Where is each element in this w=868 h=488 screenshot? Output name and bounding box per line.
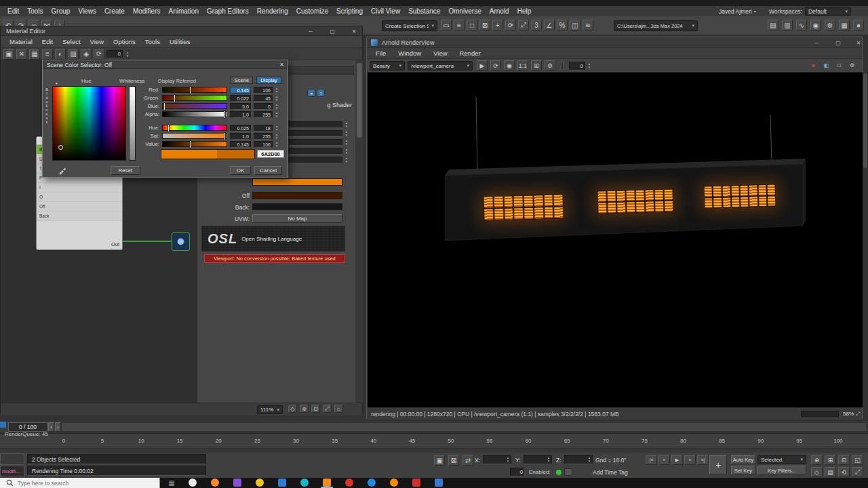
menu-item[interactable]: Group [47, 7, 75, 15]
color-selector-titlebar[interactable]: Scene Color Selector: Off ✕ [43, 60, 288, 69]
exposure-field[interactable]: 0 [569, 62, 585, 70]
sat-display-value[interactable]: 255 [254, 133, 273, 140]
menu-item[interactable]: Scripting [332, 7, 367, 15]
menu-item[interactable]: Window [392, 49, 427, 57]
angle-snap-icon[interactable]: ∠ [544, 20, 555, 30]
task-view-icon[interactable]: ▦ [167, 479, 176, 487]
aov-dropdown[interactable]: Beauty [370, 61, 405, 70]
alpha-slider[interactable] [162, 111, 227, 117]
select-move-icon[interactable]: + [492, 20, 503, 30]
menu-item[interactable]: View [85, 38, 108, 45]
render-setup-icon[interactable]: ⚙ [825, 20, 835, 30]
spinner-icon[interactable] [274, 141, 279, 148]
menu-item[interactable]: View [427, 49, 453, 57]
add-time-tag[interactable]: Add Time Tag [593, 469, 628, 476]
material-list-icon[interactable]: ≡ [42, 49, 53, 60]
saturation-slider[interactable] [162, 133, 227, 139]
camera-dropdown[interactable]: /viewport_camera [408, 61, 473, 70]
menu-item[interactable]: Tools [140, 38, 165, 45]
next-frame-icon[interactable]: » [684, 455, 696, 465]
z-coordinate-field[interactable] [564, 455, 593, 464]
taskbar-app-icon[interactable] [435, 479, 443, 487]
rendered-frame-window-icon[interactable]: ▦ [839, 20, 850, 30]
layout-all-icon[interactable]: ▦ [29, 49, 40, 60]
close-icon[interactable]: ✕ [853, 39, 864, 47]
close-icon[interactable]: ✕ [277, 61, 286, 68]
spinner-icon[interactable] [274, 133, 279, 140]
spinner-icon[interactable] [344, 130, 349, 137]
taskbar-app-icon[interactable] [390, 479, 398, 487]
node-slot-row[interactable]: Off [37, 202, 122, 211]
scene-explorer-icon[interactable]: ▤ [768, 20, 778, 30]
spinner-icon[interactable] [274, 87, 279, 94]
go-to-parent-icon[interactable]: ○ [317, 89, 325, 97]
minimize-icon[interactable]: ─ [305, 27, 316, 35]
zoom-region-icon[interactable]: ⊡ [311, 405, 320, 413]
zoom-icon[interactable]: ⊕ [811, 455, 823, 465]
material-editor-titlebar[interactable]: Material Editor ─ ▢ ✕ [1, 26, 362, 36]
select-rotate-icon[interactable]: ⟳ [505, 20, 516, 30]
ok-button[interactable]: OK [230, 166, 251, 175]
render-production-icon[interactable]: ● [853, 20, 864, 30]
select-object-icon[interactable]: ▭ [441, 20, 452, 30]
on-color-swatch[interactable] [252, 178, 342, 186]
menu-item[interactable]: Modifiers [129, 7, 165, 15]
snapshot-icon[interactable]: ◉ [504, 60, 515, 70]
color-cursor-icon[interactable] [58, 145, 63, 150]
spinner-icon[interactable] [546, 456, 551, 463]
time-tag-spinner[interactable]: 0 [510, 468, 524, 476]
maxscript-listener[interactable] [0, 453, 24, 465]
show-background-icon[interactable]: ▨ [68, 49, 79, 60]
taskbar-app-icon[interactable] [323, 479, 331, 487]
validate-icon[interactable]: ◈ [81, 49, 92, 60]
auto-key-button[interactable]: Auto Key [731, 455, 755, 464]
menu-item[interactable]: Tools [23, 7, 47, 15]
viewport-scrollbar[interactable] [863, 73, 867, 168]
sat-scene-value[interactable]: 1.0 [230, 133, 251, 140]
set-key-button[interactable]: Set Key [731, 466, 755, 475]
uvw-map-button[interactable]: No Map [252, 214, 342, 223]
pan-to-selected-icon[interactable]: ⌂ [334, 405, 343, 413]
reset-button[interactable]: Reset [111, 166, 140, 175]
project-path-dropdown[interactable]: C:\Users\ajm...3ds Max 2024 [614, 20, 698, 31]
taskbar-app-icon[interactable] [300, 479, 309, 487]
track-bar[interactable]: 0510152025303540455055606570758085909510… [0, 434, 868, 449]
menu-item[interactable]: Animation [164, 7, 202, 15]
spinner-icon[interactable] [274, 125, 279, 131]
update-preview-icon[interactable]: ⟳ [94, 49, 104, 60]
time-slider-track[interactable] [61, 422, 867, 432]
spinner-icon[interactable] [505, 456, 511, 463]
y-coordinate-field[interactable] [524, 455, 552, 464]
params-scrollbar[interactable] [355, 60, 363, 403]
field-of-view-icon[interactable]: ◇ [811, 467, 823, 477]
isolate-selection-icon[interactable]: ▣ [434, 455, 445, 466]
spinner-icon[interactable] [125, 51, 130, 58]
show-map-in-viewport-icon[interactable]: ● [307, 89, 315, 97]
slider-handle-icon[interactable] [224, 132, 226, 140]
x-coordinate-field[interactable] [483, 455, 511, 464]
node-slot-row[interactable]: O [37, 192, 122, 202]
node-slot-row[interactable]: I [37, 183, 122, 192]
time-slider-handle[interactable]: 0 / 100 [8, 422, 47, 432]
selection-lock-icon[interactable]: ⊠ [448, 455, 459, 466]
pan-icon[interactable]: ▤ [825, 467, 836, 477]
start-render-icon[interactable]: ▶ [477, 60, 488, 70]
render-settings-icon[interactable]: ⚙ [545, 60, 555, 70]
toolbar-value-field[interactable]: 0 [106, 50, 123, 58]
back-color-swatch[interactable] [252, 203, 342, 210]
menu-item[interactable]: File [370, 49, 392, 57]
taskbar-app-icon[interactable] [211, 479, 219, 487]
hue-slider[interactable] [162, 125, 227, 131]
zoom-1-1-icon[interactable]: 1:1 [517, 60, 528, 70]
red-scene-value[interactable]: 0.145 [230, 87, 251, 94]
zoom-extents-icon[interactable]: ⤢ [323, 405, 332, 413]
menu-item[interactable]: Customize [292, 7, 332, 15]
spinner-icon[interactable] [274, 103, 279, 110]
taskbar-search-input[interactable] [0, 478, 160, 488]
close-icon[interactable]: ✕ [349, 27, 359, 35]
off-color-swatch[interactable] [252, 192, 342, 199]
menu-item[interactable]: Arnold [486, 7, 513, 15]
hue-scene-value[interactable]: 0.025 [230, 125, 251, 131]
render-canvas[interactable] [368, 73, 863, 407]
spinner-icon[interactable] [274, 95, 279, 102]
